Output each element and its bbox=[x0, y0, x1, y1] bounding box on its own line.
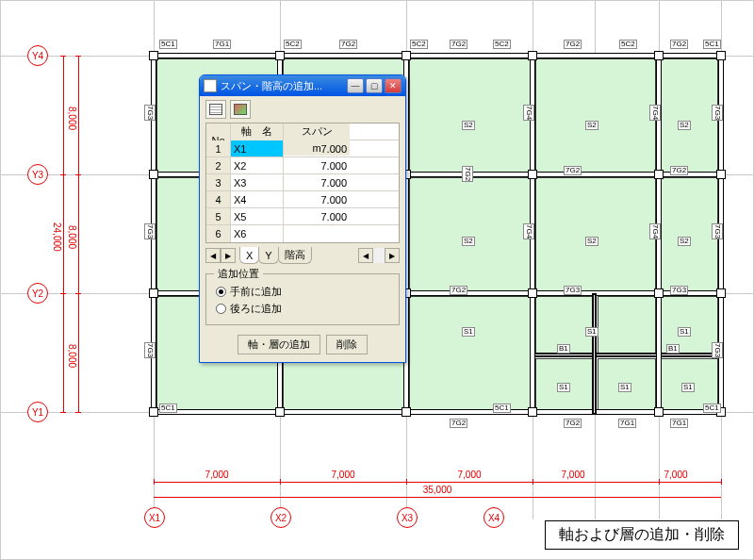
group-title: 追加位置 bbox=[214, 267, 263, 281]
data-table[interactable]: No 軸 名 スパン 4文字 m 1X17.000 2X27.000 3X37.… bbox=[205, 123, 400, 243]
insert-position-group: 追加位置 手前に追加 後ろに追加 bbox=[205, 273, 400, 325]
row-no: 3 bbox=[206, 174, 231, 190]
table-row[interactable]: 2X27.000 bbox=[206, 157, 399, 174]
hscroll-left-button[interactable]: ◀ bbox=[358, 248, 373, 263]
col-label: 5C2 bbox=[619, 40, 637, 49]
beam-label: 7G1 bbox=[618, 419, 636, 428]
radio-icon[interactable] bbox=[216, 304, 226, 314]
cell-span[interactable]: 7.000 bbox=[284, 140, 350, 156]
axis-y3: Y3 bbox=[27, 164, 48, 185]
row-no: 2 bbox=[206, 157, 231, 173]
hscroll-track[interactable] bbox=[373, 248, 385, 263]
table-row[interactable]: 3X37.000 bbox=[206, 174, 399, 191]
radio-before[interactable]: 手前に追加 bbox=[216, 285, 389, 299]
axis-x1: X1 bbox=[144, 507, 165, 528]
beam-label: 7G2 bbox=[564, 166, 582, 175]
beam-label: B1 bbox=[557, 344, 570, 354]
col-label: 5C1 bbox=[493, 404, 511, 413]
cell-name[interactable]: X2 bbox=[231, 157, 284, 173]
beam-label: 7G3 bbox=[712, 223, 723, 239]
close-button[interactable]: ✕ bbox=[385, 78, 402, 93]
radio-after[interactable]: 後ろに追加 bbox=[216, 302, 389, 316]
tab-x[interactable]: X bbox=[239, 247, 259, 264]
slab-label: S1 bbox=[462, 327, 475, 337]
beam-label: 7G2 bbox=[564, 419, 582, 428]
row-no: 5 bbox=[206, 208, 231, 224]
radio-icon[interactable] bbox=[216, 287, 226, 297]
add-button[interactable]: 軸・層の追加 bbox=[238, 335, 320, 354]
dialog-title: スパン・階高の追加... bbox=[221, 79, 345, 93]
dialog-body: No 軸 名 スパン 4文字 m 1X17.000 2X27.000 3X37.… bbox=[200, 96, 405, 362]
col-label: 5C2 bbox=[284, 40, 302, 49]
slab-label: S2 bbox=[585, 237, 598, 246]
hscroll-right-button[interactable]: ▶ bbox=[385, 248, 400, 263]
axis-y2: Y2 bbox=[27, 283, 48, 304]
beam-label: 7G3 bbox=[144, 105, 156, 121]
beam-label: 7G3 bbox=[144, 223, 156, 239]
dialog-titlebar[interactable]: スパン・階高の追加... — ▢ ✕ bbox=[200, 75, 405, 96]
minimize-button[interactable]: — bbox=[347, 78, 364, 93]
beam-label: 7G2 bbox=[462, 166, 473, 182]
beam-label: 7G1 bbox=[670, 419, 688, 428]
tabset: X Y 階高 bbox=[239, 247, 311, 264]
beam-label: 7G4 bbox=[649, 223, 661, 239]
dialog-toolbar bbox=[205, 100, 400, 119]
beam-label: 7G2 bbox=[450, 419, 467, 428]
dim-y: 8,000 bbox=[67, 333, 77, 380]
slab-label: S2 bbox=[678, 237, 691, 246]
col-label: 5C2 bbox=[493, 40, 511, 49]
cell-span[interactable] bbox=[284, 225, 350, 242]
beam-label: 7G3 bbox=[144, 342, 156, 358]
toolbar-book-icon[interactable] bbox=[230, 100, 251, 119]
col-label: 5C1 bbox=[159, 40, 177, 49]
col-label: 5C1 bbox=[703, 40, 721, 49]
dialog-icon bbox=[204, 79, 217, 92]
cell-name[interactable]: X3 bbox=[231, 174, 284, 190]
table-row[interactable]: 6X6 bbox=[206, 225, 399, 242]
cell-span[interactable]: 7.000 bbox=[284, 191, 350, 207]
axis-x4: X4 bbox=[484, 507, 504, 528]
col-header-span: スパン bbox=[284, 124, 350, 140]
cell-name[interactable]: X6 bbox=[231, 225, 284, 242]
slab-label: S1 bbox=[678, 327, 691, 337]
span-floor-dialog[interactable]: スパン・階高の追加... — ▢ ✕ No 軸 名 スパン 4文字 m bbox=[199, 74, 406, 363]
dim-x: 7,000 bbox=[629, 469, 723, 480]
cell-span[interactable]: 7.000 bbox=[284, 174, 350, 190]
cell-name[interactable]: X5 bbox=[231, 208, 284, 224]
table-row[interactable]: 4X47.000 bbox=[206, 191, 399, 208]
beam-label: 7G3 bbox=[712, 342, 723, 358]
beam-label: 7G2 bbox=[670, 166, 688, 175]
table-row[interactable]: 5X57.000 bbox=[206, 208, 399, 225]
col-label: 5C1 bbox=[159, 404, 177, 413]
axis-x3: X3 bbox=[397, 507, 418, 528]
cell-name[interactable]: X1 bbox=[231, 140, 284, 156]
maximize-button[interactable]: ▢ bbox=[366, 78, 383, 93]
dim-x: 7,000 bbox=[510, 469, 636, 480]
cell-span[interactable]: 7.000 bbox=[284, 208, 350, 224]
row-no: 6 bbox=[206, 225, 231, 242]
beam-label: 7G3 bbox=[564, 286, 582, 295]
col-header-name: 軸 名 bbox=[231, 124, 284, 140]
beam-label: B1 bbox=[666, 344, 680, 354]
beam-label: 7G4 bbox=[523, 223, 534, 239]
tab-y[interactable]: Y bbox=[258, 247, 278, 264]
row-no: 4 bbox=[206, 191, 231, 207]
slab-label: S1 bbox=[585, 327, 598, 337]
cell-name[interactable]: X4 bbox=[231, 191, 284, 207]
scroll-right-button[interactable]: ▶ bbox=[221, 248, 236, 263]
slab-label: S1 bbox=[618, 383, 631, 392]
tab-floor[interactable]: 階高 bbox=[278, 247, 312, 264]
col-label: 5C1 bbox=[703, 404, 721, 413]
beam-label: 7G2 bbox=[564, 40, 582, 49]
radio-label: 手前に追加 bbox=[230, 285, 282, 299]
cell-span[interactable]: 7.000 bbox=[284, 157, 350, 173]
slab-label: S2 bbox=[585, 121, 598, 130]
delete-button[interactable]: 削除 bbox=[326, 335, 368, 354]
slab-label: S1 bbox=[681, 383, 695, 392]
toolbar-grid-icon[interactable] bbox=[205, 100, 226, 119]
tab-scroll-row: ◀ ▶ X Y 階高 ◀ ▶ bbox=[205, 247, 400, 264]
radio-label: 後ろに追加 bbox=[230, 302, 282, 316]
scroll-left-button[interactable]: ◀ bbox=[205, 248, 221, 263]
dim-y: 8,000 bbox=[67, 214, 77, 261]
beam-label: 7G1 bbox=[213, 40, 231, 49]
